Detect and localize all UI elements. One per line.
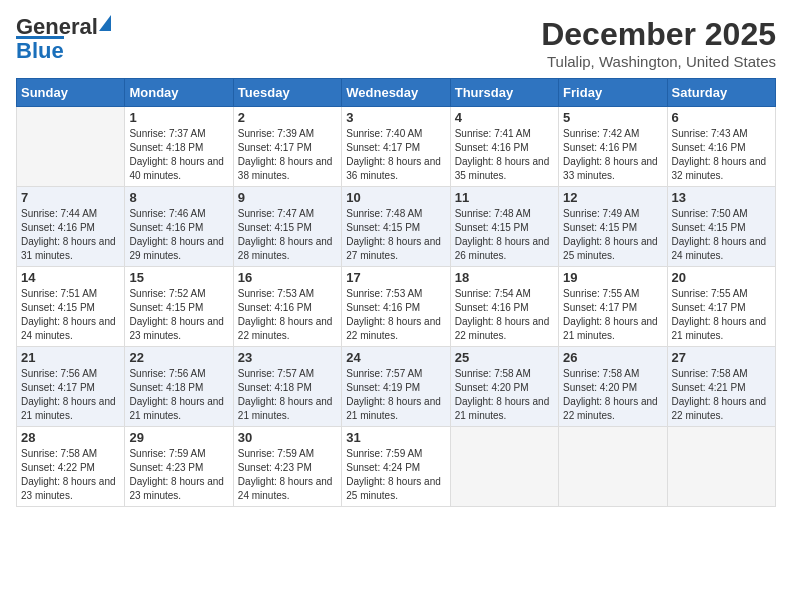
table-row [559,427,667,507]
page-header: General Blue December 2025 Tulalip, Wash… [16,16,776,70]
day-info: Sunrise: 7:50 AMSunset: 4:15 PMDaylight:… [672,207,771,263]
day-info: Sunrise: 7:52 AMSunset: 4:15 PMDaylight:… [129,287,228,343]
day-info: Sunrise: 7:46 AMSunset: 4:16 PMDaylight:… [129,207,228,263]
day-info: Sunrise: 7:43 AMSunset: 4:16 PMDaylight:… [672,127,771,183]
table-row: 24Sunrise: 7:57 AMSunset: 4:19 PMDayligh… [342,347,450,427]
table-row [667,427,775,507]
logo-general: General [16,16,98,38]
table-row: 15Sunrise: 7:52 AMSunset: 4:15 PMDayligh… [125,267,233,347]
page-subtitle: Tulalip, Washington, United States [541,53,776,70]
table-row: 6Sunrise: 7:43 AMSunset: 4:16 PMDaylight… [667,107,775,187]
day-number: 30 [238,430,337,445]
table-row [450,427,558,507]
table-row: 11Sunrise: 7:48 AMSunset: 4:15 PMDayligh… [450,187,558,267]
day-number: 20 [672,270,771,285]
day-number: 4 [455,110,554,125]
table-row [17,107,125,187]
day-number: 21 [21,350,120,365]
col-tuesday: Tuesday [233,79,341,107]
day-number: 8 [129,190,228,205]
day-number: 7 [21,190,120,205]
day-info: Sunrise: 7:39 AMSunset: 4:17 PMDaylight:… [238,127,337,183]
title-block: December 2025 Tulalip, Washington, Unite… [541,16,776,70]
table-row: 31Sunrise: 7:59 AMSunset: 4:24 PMDayligh… [342,427,450,507]
table-row: 10Sunrise: 7:48 AMSunset: 4:15 PMDayligh… [342,187,450,267]
table-row: 13Sunrise: 7:50 AMSunset: 4:15 PMDayligh… [667,187,775,267]
col-sunday: Sunday [17,79,125,107]
day-number: 22 [129,350,228,365]
table-row: 21Sunrise: 7:56 AMSunset: 4:17 PMDayligh… [17,347,125,427]
logo: General Blue [16,16,111,62]
col-saturday: Saturday [667,79,775,107]
table-row: 29Sunrise: 7:59 AMSunset: 4:23 PMDayligh… [125,427,233,507]
table-row: 23Sunrise: 7:57 AMSunset: 4:18 PMDayligh… [233,347,341,427]
calendar-week-row: 14Sunrise: 7:51 AMSunset: 4:15 PMDayligh… [17,267,776,347]
day-number: 6 [672,110,771,125]
page-title: December 2025 [541,16,776,53]
table-row: 28Sunrise: 7:58 AMSunset: 4:22 PMDayligh… [17,427,125,507]
day-number: 2 [238,110,337,125]
day-info: Sunrise: 7:48 AMSunset: 4:15 PMDaylight:… [346,207,445,263]
table-row: 16Sunrise: 7:53 AMSunset: 4:16 PMDayligh… [233,267,341,347]
day-info: Sunrise: 7:56 AMSunset: 4:17 PMDaylight:… [21,367,120,423]
day-number: 13 [672,190,771,205]
table-row: 22Sunrise: 7:56 AMSunset: 4:18 PMDayligh… [125,347,233,427]
table-row: 8Sunrise: 7:46 AMSunset: 4:16 PMDaylight… [125,187,233,267]
day-number: 17 [346,270,445,285]
day-info: Sunrise: 7:58 AMSunset: 4:22 PMDaylight:… [21,447,120,503]
table-row: 2Sunrise: 7:39 AMSunset: 4:17 PMDaylight… [233,107,341,187]
day-number: 23 [238,350,337,365]
day-number: 10 [346,190,445,205]
day-info: Sunrise: 7:44 AMSunset: 4:16 PMDaylight:… [21,207,120,263]
day-info: Sunrise: 7:56 AMSunset: 4:18 PMDaylight:… [129,367,228,423]
day-info: Sunrise: 7:40 AMSunset: 4:17 PMDaylight:… [346,127,445,183]
calendar-table: Sunday Monday Tuesday Wednesday Thursday… [16,78,776,507]
day-info: Sunrise: 7:57 AMSunset: 4:19 PMDaylight:… [346,367,445,423]
day-info: Sunrise: 7:59 AMSunset: 4:24 PMDaylight:… [346,447,445,503]
table-row: 9Sunrise: 7:47 AMSunset: 4:15 PMDaylight… [233,187,341,267]
day-number: 11 [455,190,554,205]
day-info: Sunrise: 7:55 AMSunset: 4:17 PMDaylight:… [563,287,662,343]
day-info: Sunrise: 7:49 AMSunset: 4:15 PMDaylight:… [563,207,662,263]
day-info: Sunrise: 7:37 AMSunset: 4:18 PMDaylight:… [129,127,228,183]
table-row: 17Sunrise: 7:53 AMSunset: 4:16 PMDayligh… [342,267,450,347]
table-row: 18Sunrise: 7:54 AMSunset: 4:16 PMDayligh… [450,267,558,347]
logo-triangle-icon [99,15,111,31]
table-row: 30Sunrise: 7:59 AMSunset: 4:23 PMDayligh… [233,427,341,507]
col-thursday: Thursday [450,79,558,107]
day-info: Sunrise: 7:48 AMSunset: 4:15 PMDaylight:… [455,207,554,263]
day-number: 9 [238,190,337,205]
day-number: 25 [455,350,554,365]
day-number: 5 [563,110,662,125]
day-number: 1 [129,110,228,125]
table-row: 12Sunrise: 7:49 AMSunset: 4:15 PMDayligh… [559,187,667,267]
calendar-week-row: 7Sunrise: 7:44 AMSunset: 4:16 PMDaylight… [17,187,776,267]
day-number: 28 [21,430,120,445]
logo-blue: Blue [16,36,64,62]
col-wednesday: Wednesday [342,79,450,107]
day-info: Sunrise: 7:59 AMSunset: 4:23 PMDaylight:… [238,447,337,503]
day-info: Sunrise: 7:59 AMSunset: 4:23 PMDaylight:… [129,447,228,503]
day-number: 16 [238,270,337,285]
day-info: Sunrise: 7:53 AMSunset: 4:16 PMDaylight:… [346,287,445,343]
day-info: Sunrise: 7:51 AMSunset: 4:15 PMDaylight:… [21,287,120,343]
day-info: Sunrise: 7:47 AMSunset: 4:15 PMDaylight:… [238,207,337,263]
day-info: Sunrise: 7:55 AMSunset: 4:17 PMDaylight:… [672,287,771,343]
day-number: 18 [455,270,554,285]
calendar-week-row: 1Sunrise: 7:37 AMSunset: 4:18 PMDaylight… [17,107,776,187]
col-friday: Friday [559,79,667,107]
table-row: 1Sunrise: 7:37 AMSunset: 4:18 PMDaylight… [125,107,233,187]
day-number: 31 [346,430,445,445]
day-number: 19 [563,270,662,285]
table-row: 19Sunrise: 7:55 AMSunset: 4:17 PMDayligh… [559,267,667,347]
day-info: Sunrise: 7:41 AMSunset: 4:16 PMDaylight:… [455,127,554,183]
day-info: Sunrise: 7:57 AMSunset: 4:18 PMDaylight:… [238,367,337,423]
day-info: Sunrise: 7:58 AMSunset: 4:20 PMDaylight:… [455,367,554,423]
day-number: 27 [672,350,771,365]
col-monday: Monday [125,79,233,107]
table-row: 14Sunrise: 7:51 AMSunset: 4:15 PMDayligh… [17,267,125,347]
calendar-week-row: 21Sunrise: 7:56 AMSunset: 4:17 PMDayligh… [17,347,776,427]
day-number: 29 [129,430,228,445]
table-row: 3Sunrise: 7:40 AMSunset: 4:17 PMDaylight… [342,107,450,187]
day-info: Sunrise: 7:58 AMSunset: 4:20 PMDaylight:… [563,367,662,423]
